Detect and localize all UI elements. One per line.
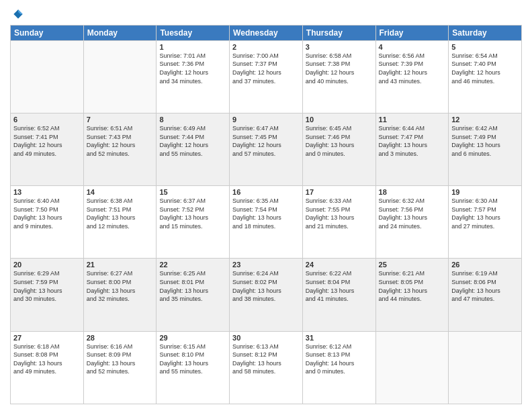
day-number: 4: [379, 43, 446, 51]
calendar-cell: [449, 331, 522, 404]
calendar-cell: 16Sunrise: 6:35 AMSunset: 7:54 PMDayligh…: [230, 186, 303, 259]
calendar-cell: 27Sunrise: 6:18 AMSunset: 8:08 PMDayligh…: [11, 331, 84, 404]
calendar-cell: 1Sunrise: 7:01 AMSunset: 7:36 PMDaylight…: [157, 40, 230, 113]
calendar-cell: 4Sunrise: 6:56 AMSunset: 7:39 PMDaylight…: [375, 40, 449, 113]
day-info: Sunrise: 6:30 AMSunset: 7:57 PMDaylight:…: [451, 197, 519, 230]
week-row-2: 6Sunrise: 6:52 AMSunset: 7:41 PMDaylight…: [11, 113, 522, 186]
day-number: 11: [379, 116, 446, 124]
calendar-cell: 11Sunrise: 6:44 AMSunset: 7:47 PMDayligh…: [375, 113, 449, 186]
day-number: 28: [87, 334, 154, 342]
day-number: 2: [232, 43, 300, 51]
calendar-cell: 23Sunrise: 6:24 AMSunset: 8:02 PMDayligh…: [230, 259, 303, 331]
day-info: Sunrise: 6:51 AMSunset: 7:43 PMDaylight:…: [87, 124, 154, 158]
day-number: 12: [451, 116, 519, 124]
week-row-5: 27Sunrise: 6:18 AMSunset: 8:08 PMDayligh…: [11, 331, 522, 404]
calendar-cell: 7Sunrise: 6:51 AMSunset: 7:43 PMDaylight…: [83, 113, 157, 186]
calendar-table: SundayMondayTuesdayWednesdayThursdayFrid…: [10, 25, 522, 404]
day-number: 6: [13, 116, 81, 124]
day-number: 22: [159, 261, 226, 269]
day-info: Sunrise: 6:24 AMSunset: 8:02 PMDaylight:…: [232, 269, 300, 303]
day-number: 27: [13, 334, 81, 342]
day-info: Sunrise: 6:18 AMSunset: 8:08 PMDaylight:…: [13, 342, 81, 376]
calendar-cell: 26Sunrise: 6:19 AMSunset: 8:06 PMDayligh…: [449, 259, 522, 331]
day-header-saturday: Saturday: [449, 25, 522, 40]
day-info: Sunrise: 6:12 AMSunset: 8:13 PMDaylight:…: [306, 342, 373, 376]
day-number: 26: [451, 261, 519, 269]
calendar-cell: 22Sunrise: 6:25 AMSunset: 8:01 PMDayligh…: [157, 259, 230, 331]
day-info: Sunrise: 6:19 AMSunset: 8:06 PMDaylight:…: [451, 269, 519, 303]
calendar-cell: 2Sunrise: 7:00 AMSunset: 7:37 PMDaylight…: [230, 40, 303, 113]
calendar-cell: 14Sunrise: 6:38 AMSunset: 7:51 PMDayligh…: [83, 186, 157, 259]
day-info: Sunrise: 6:58 AMSunset: 7:38 PMDaylight:…: [306, 52, 373, 85]
calendar-cell: 15Sunrise: 6:37 AMSunset: 7:52 PMDayligh…: [157, 186, 230, 259]
calendar-cell: 8Sunrise: 6:49 AMSunset: 7:44 PMDaylight…: [157, 113, 230, 186]
calendar-body: 1Sunrise: 7:01 AMSunset: 7:36 PMDaylight…: [11, 40, 522, 404]
week-row-4: 20Sunrise: 6:29 AMSunset: 7:59 PMDayligh…: [11, 259, 522, 331]
day-info: Sunrise: 6:38 AMSunset: 7:51 PMDaylight:…: [87, 197, 154, 230]
day-number: 8: [159, 116, 226, 124]
day-number: 21: [87, 261, 154, 269]
day-info: Sunrise: 6:29 AMSunset: 7:59 PMDaylight:…: [13, 269, 81, 303]
day-info: Sunrise: 6:15 AMSunset: 8:10 PMDaylight:…: [159, 342, 226, 376]
day-info: Sunrise: 6:33 AMSunset: 7:55 PMDaylight:…: [306, 197, 373, 230]
day-info: Sunrise: 6:13 AMSunset: 8:12 PMDaylight:…: [232, 342, 300, 376]
day-header-monday: Monday: [83, 25, 157, 40]
day-number: 30: [232, 334, 300, 342]
day-info: Sunrise: 6:40 AMSunset: 7:50 PMDaylight:…: [13, 197, 81, 230]
day-number: 14: [87, 188, 154, 196]
day-info: Sunrise: 6:52 AMSunset: 7:41 PMDaylight:…: [13, 124, 81, 158]
day-number: 18: [379, 188, 446, 196]
logo: [10, 7, 28, 21]
day-info: Sunrise: 6:37 AMSunset: 7:52 PMDaylight:…: [159, 197, 226, 230]
calendar-cell: 9Sunrise: 6:47 AMSunset: 7:45 PMDaylight…: [230, 113, 303, 186]
calendar-cell: 10Sunrise: 6:45 AMSunset: 7:46 PMDayligh…: [302, 113, 375, 186]
day-number: 16: [232, 188, 300, 196]
calendar-cell: 20Sunrise: 6:29 AMSunset: 7:59 PMDayligh…: [11, 259, 84, 331]
calendar-cell: 6Sunrise: 6:52 AMSunset: 7:41 PMDaylight…: [11, 113, 84, 186]
day-header-thursday: Thursday: [302, 25, 375, 40]
calendar-header-row: SundayMondayTuesdayWednesdayThursdayFrid…: [11, 25, 522, 40]
day-number: 20: [13, 261, 81, 269]
day-info: Sunrise: 6:54 AMSunset: 7:40 PMDaylight:…: [451, 52, 519, 85]
day-number: 13: [13, 188, 81, 196]
day-info: Sunrise: 6:45 AMSunset: 7:46 PMDaylight:…: [306, 124, 373, 158]
calendar-cell: 25Sunrise: 6:21 AMSunset: 8:05 PMDayligh…: [375, 259, 449, 331]
day-info: Sunrise: 6:25 AMSunset: 8:01 PMDaylight:…: [159, 269, 226, 303]
day-number: 24: [306, 261, 373, 269]
day-info: Sunrise: 6:42 AMSunset: 7:49 PMDaylight:…: [451, 124, 519, 158]
day-number: 31: [306, 334, 373, 342]
day-info: Sunrise: 6:27 AMSunset: 8:00 PMDaylight:…: [87, 269, 154, 303]
day-number: 10: [306, 116, 373, 124]
day-info: Sunrise: 6:56 AMSunset: 7:39 PMDaylight:…: [379, 52, 446, 85]
calendar-cell: 13Sunrise: 6:40 AMSunset: 7:50 PMDayligh…: [11, 186, 84, 259]
day-info: Sunrise: 6:35 AMSunset: 7:54 PMDaylight:…: [232, 197, 300, 230]
calendar-cell: 18Sunrise: 6:32 AMSunset: 7:56 PMDayligh…: [375, 186, 449, 259]
day-header-wednesday: Wednesday: [230, 25, 303, 40]
day-number: 19: [451, 188, 519, 196]
calendar-cell: [83, 40, 157, 113]
calendar-cell: 12Sunrise: 6:42 AMSunset: 7:49 PMDayligh…: [449, 113, 522, 186]
page: SundayMondayTuesdayWednesdayThursdayFrid…: [0, 0, 532, 411]
calendar-cell: [375, 331, 449, 404]
day-number: 7: [87, 116, 154, 124]
calendar-cell: 30Sunrise: 6:13 AMSunset: 8:12 PMDayligh…: [230, 331, 303, 404]
day-number: 29: [159, 334, 226, 342]
day-header-friday: Friday: [375, 25, 449, 40]
calendar-cell: 29Sunrise: 6:15 AMSunset: 8:10 PMDayligh…: [157, 331, 230, 404]
day-info: Sunrise: 6:32 AMSunset: 7:56 PMDaylight:…: [379, 197, 446, 230]
day-number: 17: [306, 188, 373, 196]
calendar-cell: 5Sunrise: 6:54 AMSunset: 7:40 PMDaylight…: [449, 40, 522, 113]
calendar-cell: 17Sunrise: 6:33 AMSunset: 7:55 PMDayligh…: [302, 186, 375, 259]
day-number: 5: [451, 43, 519, 51]
day-number: 25: [379, 261, 446, 269]
calendar-cell: 19Sunrise: 6:30 AMSunset: 7:57 PMDayligh…: [449, 186, 522, 259]
day-number: 1: [159, 43, 226, 51]
day-info: Sunrise: 7:01 AMSunset: 7:36 PMDaylight:…: [159, 52, 226, 85]
day-info: Sunrise: 6:49 AMSunset: 7:44 PMDaylight:…: [159, 124, 226, 158]
day-header-tuesday: Tuesday: [157, 25, 230, 40]
calendar-cell: 31Sunrise: 6:12 AMSunset: 8:13 PMDayligh…: [302, 331, 375, 404]
calendar-cell: 21Sunrise: 6:27 AMSunset: 8:00 PMDayligh…: [83, 259, 157, 331]
header: [10, 7, 522, 21]
calendar-cell: 3Sunrise: 6:58 AMSunset: 7:38 PMDaylight…: [302, 40, 375, 113]
calendar-cell: [11, 40, 84, 113]
